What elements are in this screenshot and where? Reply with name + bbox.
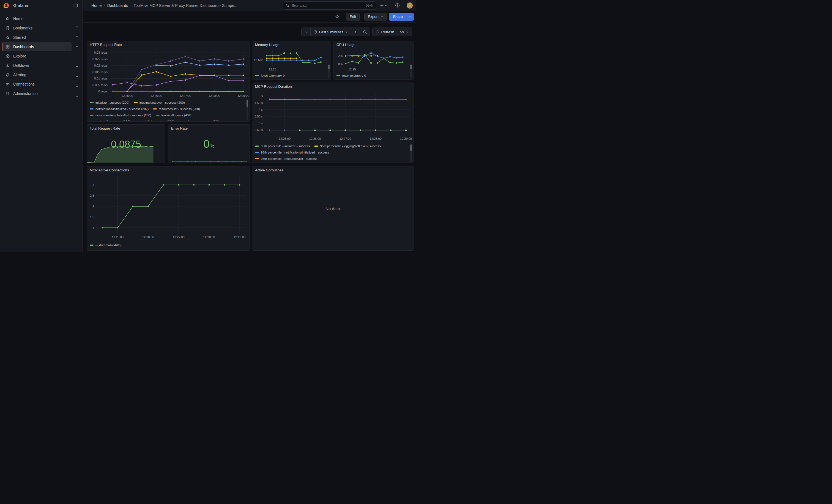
memory-usage-chart[interactable]: 12:2516 MiB <box>252 48 331 72</box>
legend-label: notifications/initialized - success (202… <box>96 107 149 111</box>
mcp-request-duration-chart[interactable]: 12:25:0012:26:0012:27:0012:28:0012:29:00… <box>252 90 413 142</box>
sidebar-toggle-button[interactable] <box>72 2 79 9</box>
time-forward-button[interactable] <box>351 28 360 36</box>
sidebar-expand-alerting[interactable] <box>74 73 80 80</box>
legend-label: resources/list - success (200) <box>159 107 200 111</box>
sidebar-expand-starred[interactable] <box>74 33 80 40</box>
error-rate-sparkline[interactable] <box>168 157 250 163</box>
legend-item[interactable]: resources/templates/list - success (200) <box>90 112 151 118</box>
legend-item[interactable]: resources/list - success (200) <box>153 106 200 112</box>
sidebar-item-explore[interactable]: Explore <box>2 52 72 60</box>
sidebar-expand-dashboards[interactable] <box>74 44 80 50</box>
legend-item[interactable]: 95th percentile - resources/list - succe… <box>255 155 317 162</box>
svg-text:12:28:00: 12:28:00 <box>370 137 382 140</box>
chevron-down-icon <box>75 65 79 68</box>
legend-item[interactable]: 95th percentile - initialize - success <box>255 143 310 149</box>
scrollbar-thumb[interactable] <box>246 100 248 107</box>
svg-text:4.50 s: 4.50 s <box>255 101 263 105</box>
legend-label: tools/call - error (404) <box>161 114 191 117</box>
panel-title[interactable]: MCP Request Duration <box>252 83 413 90</box>
sidebar-item-administration[interactable]: Administration <box>2 89 72 98</box>
top-header: Grafana Home › Dashboards › ToolHive MCP… <box>0 0 416 11</box>
search-input[interactable]: ⌘+k <box>283 1 376 10</box>
svg-text:2: 2 <box>93 205 94 208</box>
zoom-out-button[interactable] <box>360 28 370 36</box>
legend-item[interactable]: tools/call - success (200) <box>90 118 130 121</box>
sidebar-expand-drilldown[interactable] <box>74 63 80 70</box>
panel-title[interactable]: HTTP Request Rate <box>87 41 250 48</box>
favorite-star-button[interactable] <box>333 12 341 21</box>
legend-item[interactable]: unknown - success (200) <box>179 118 220 121</box>
legend-item[interactable]: 95th percentile - logging/setLevel - suc… <box>314 143 381 149</box>
scrollbar-thumb[interactable] <box>410 65 412 69</box>
share-button[interactable]: Share <box>389 12 407 21</box>
user-avatar[interactable] <box>407 2 413 8</box>
time-controls: Last 5 minutes Refresh 5s <box>301 27 412 36</box>
cpu-usage-chart[interactable]: 12:250%0.2% <box>334 48 413 72</box>
panel-title[interactable]: Error Rate <box>168 125 250 132</box>
sidebar-item-bookmarks[interactable]: Bookmarks <box>2 24 72 32</box>
legend-item[interactable]: initialize - success (200) <box>90 99 129 106</box>
svg-text:3 s: 3 s <box>259 122 263 125</box>
legend-item[interactable]: 95th percentile - notifications/initiali… <box>255 149 329 155</box>
legend-label: tools/list - success (200) <box>140 120 175 121</box>
add-new-button[interactable] <box>379 2 388 8</box>
sidebar-item-dashboards[interactable]: Dashboards <box>2 43 72 51</box>
panel-title[interactable]: CPU Usage <box>334 41 413 48</box>
sidebar-expand-administration[interactable] <box>74 93 80 100</box>
sidebar-item-drilldown[interactable]: Drilldown <box>2 61 72 70</box>
legend-item[interactable]: fetch-telemetry-0 <box>255 72 285 79</box>
share-menu-button[interactable] <box>407 12 414 21</box>
time-range-picker[interactable]: Last 5 minutes <box>310 28 351 36</box>
sidebar-item-home[interactable]: Home <box>2 14 72 23</box>
grafana-logo-icon[interactable] <box>3 2 9 8</box>
svg-text:0.01 req/s: 0.01 req/s <box>94 77 108 80</box>
search-field[interactable] <box>292 3 363 8</box>
legend-item[interactable]: fetch-telemetry-0 <box>337 72 366 79</box>
refresh-button[interactable]: Refresh <box>372 28 397 36</box>
time-back-button[interactable] <box>302 28 310 36</box>
legend-item[interactable]: 95th percentile - resources/templates/li… <box>255 162 332 162</box>
breadcrumb-home[interactable]: Home <box>92 3 102 8</box>
refresh-label: Refresh <box>381 30 394 34</box>
svg-text:12:26:00: 12:26:00 <box>309 137 321 140</box>
refresh-interval-picker[interactable]: 5s <box>397 28 412 36</box>
legend-item[interactable]: notifications/initialized - success (202… <box>90 106 149 112</box>
legend-item[interactable]: tools/call - error (404) <box>156 112 191 118</box>
search-shortcut: ⌘+k <box>366 3 373 7</box>
svg-text:12:27:00: 12:27:00 <box>339 137 352 140</box>
sidebar-item-label: Home <box>13 17 23 21</box>
chevron-down-icon <box>384 4 387 7</box>
sidebar-item-label: Dashboards <box>13 45 34 49</box>
panel-mcp-request-duration: MCP Request Duration 12:25:0012:26:0012:… <box>252 82 414 163</box>
scrollbar-thumb[interactable] <box>410 144 412 151</box>
sidebar-item-alerting[interactable]: Alerting <box>2 71 72 79</box>
panel-title[interactable]: Total Request Rate <box>87 125 165 132</box>
legend-item[interactable]: tools/list - success (200) <box>135 118 175 121</box>
panel-title[interactable]: MCP Active Connections <box>87 166 250 174</box>
panel-total-request-rate: Total Request Rate 0.0875 <box>87 124 165 163</box>
http-request-rate-chart[interactable]: 12:25:0012:26:0012:27:0012:28:0012:29:00… <box>87 48 250 99</box>
sidebar-expand-bookmarks[interactable] <box>74 24 80 30</box>
panel-title[interactable]: Active Goroutines <box>252 166 413 174</box>
export-button[interactable]: Export <box>364 12 387 21</box>
chevron-down-icon <box>75 95 79 98</box>
sidebar-item-connections[interactable]: Connections <box>2 80 72 88</box>
panel-title[interactable]: Memory Usage <box>252 41 331 48</box>
sidebar-expand-connections[interactable] <box>74 83 80 90</box>
mcp-active-connections-chart[interactable]: 12:25:0012:26:0012:27:0012:28:0012:29:00… <box>87 174 250 241</box>
edit-button[interactable]: Edit <box>346 12 360 21</box>
breadcrumb-dashboards[interactable]: Dashboards <box>107 3 128 8</box>
legend-item[interactable]: logging/setLevel - success (200) <box>134 99 185 106</box>
chevron-down-icon <box>409 15 412 18</box>
gear-icon <box>5 91 10 96</box>
sidebar-item-starred[interactable]: Starred <box>2 33 72 42</box>
breadcrumb: Home › Dashboards › ToolHive MCP Server … <box>82 3 237 8</box>
legend-item[interactable]: - (streamable-http) <box>90 242 122 248</box>
search-icon <box>286 4 289 7</box>
svg-text:12:25: 12:25 <box>348 68 356 71</box>
home-icon <box>5 17 10 21</box>
scrollbar-thumb[interactable] <box>328 65 330 69</box>
split-pane-icon <box>74 3 78 8</box>
help-button[interactable] <box>394 2 401 9</box>
